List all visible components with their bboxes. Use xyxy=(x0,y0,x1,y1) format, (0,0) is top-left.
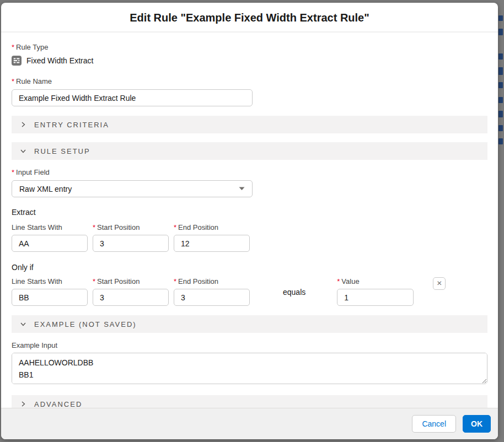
extract-row: Line Starts With * Start Position * End … xyxy=(12,223,487,252)
edit-rule-modal: Edit Rule "Example Fixed Width Extract R… xyxy=(1,3,498,439)
chevron-down-icon xyxy=(19,147,27,155)
example-input-label: Example Input xyxy=(12,341,487,350)
operator-text: equals xyxy=(283,288,305,297)
chevron-right-icon xyxy=(19,400,27,408)
example-input-textarea[interactable]: AAHELLOWORLDBB BB1 xyxy=(12,353,487,384)
rule-type-value: Fixed Width Extract xyxy=(12,56,487,66)
close-icon: ✕ xyxy=(437,279,442,287)
section-entry-criteria[interactable]: ENTRY CRITERIA xyxy=(12,116,487,133)
condition-end-position-input[interactable] xyxy=(174,289,250,306)
chevron-right-icon xyxy=(19,121,27,128)
rule-name-label: * Rule Name xyxy=(12,77,487,86)
required-asterisk: * xyxy=(12,77,14,86)
background-page-artifact xyxy=(498,138,503,144)
background-page-artifact xyxy=(498,29,503,35)
required-asterisk: * xyxy=(174,277,176,286)
rule-type-label: * Rule Type xyxy=(12,43,487,52)
fixed-width-extract-icon xyxy=(12,56,22,66)
condition-row: Line Starts With * Start Position * End … xyxy=(12,277,487,306)
required-asterisk: * xyxy=(93,223,95,232)
modal-header: Edit Rule "Example Fixed Width Extract R… xyxy=(1,3,498,33)
rule-type-text: Fixed Width Extract xyxy=(26,56,93,65)
ok-button[interactable]: OK xyxy=(463,415,491,433)
condition-value-field: * Value xyxy=(337,277,414,306)
rule-type-field: * Rule Type Fixed Width Extract xyxy=(12,43,487,66)
extract-start-position-field: * Start Position xyxy=(93,223,169,252)
background-page-artifact xyxy=(498,125,503,131)
modal-footer: Cancel OK xyxy=(1,408,498,439)
cancel-button[interactable]: Cancel xyxy=(412,415,456,433)
input-field-combobox[interactable]: Raw XML entry xyxy=(12,180,253,197)
condition-line-starts-with-field: Line Starts With xyxy=(12,277,88,306)
section-rule-setup[interactable]: RULE SETUP xyxy=(12,142,487,160)
condition-end-position-field: * End Position xyxy=(174,277,250,306)
input-field-group: * Input Field Raw XML entry xyxy=(12,168,487,197)
section-example[interactable]: EXAMPLE (NOT SAVED) xyxy=(12,315,487,333)
condition-value-input[interactable] xyxy=(337,289,414,306)
required-asterisk: * xyxy=(337,277,340,286)
background-page-artifact xyxy=(498,82,503,88)
extract-start-position-input[interactable] xyxy=(93,235,169,252)
only-if-heading: Only if xyxy=(12,263,487,272)
background-page-artifact xyxy=(498,97,503,103)
background-page-artifact xyxy=(498,67,503,75)
condition-line-starts-with-input[interactable] xyxy=(12,289,88,306)
extract-heading: Extract xyxy=(12,208,487,217)
remove-condition-button[interactable]: ✕ xyxy=(433,277,446,290)
section-advanced[interactable]: ADVANCED xyxy=(12,395,487,408)
required-asterisk: * xyxy=(12,168,14,177)
condition-start-position-field: * Start Position xyxy=(93,277,169,306)
modal-title: Edit Rule "Example Fixed Width Extract R… xyxy=(12,11,487,24)
modal-body: * Rule Type Fixed Width Extract xyxy=(1,33,498,408)
extract-line-starts-with-input[interactable] xyxy=(12,235,88,252)
input-field-label: * Input Field xyxy=(12,168,487,177)
example-input-group: Example Input AAHELLOWORLDBB BB1 xyxy=(12,341,487,386)
required-asterisk: * xyxy=(12,43,14,52)
background-page-artifact xyxy=(498,15,503,21)
extract-line-starts-with-field: Line Starts With xyxy=(12,223,88,252)
condition-start-position-input[interactable] xyxy=(93,289,169,306)
background-page-artifact xyxy=(498,53,503,60)
background-page-artifact xyxy=(498,111,503,117)
rule-name-input[interactable] xyxy=(12,89,253,106)
extract-end-position-field: * End Position xyxy=(174,223,250,252)
chevron-down-icon xyxy=(19,320,27,328)
input-field-selected-value: Raw XML entry xyxy=(19,185,72,193)
rule-name-field: * Rule Name xyxy=(12,77,487,106)
extract-end-position-input[interactable] xyxy=(174,235,250,252)
required-asterisk: * xyxy=(93,277,95,286)
required-asterisk: * xyxy=(174,223,176,232)
dropdown-arrow-icon xyxy=(239,187,245,191)
